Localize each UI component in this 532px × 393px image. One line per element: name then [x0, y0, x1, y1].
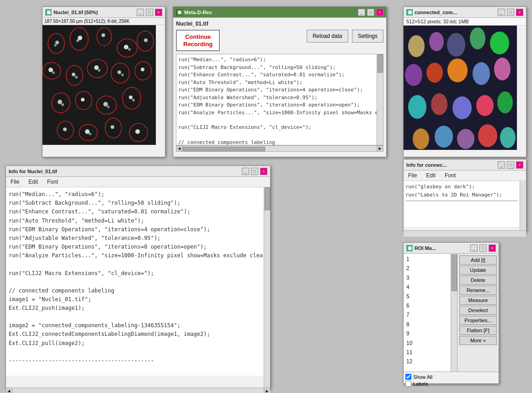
svg-point-38: [132, 99, 135, 101]
roi-add-button[interactable]: Add [t]: [459, 255, 497, 265]
info-nuclei-scrollbar[interactable]: [264, 187, 270, 388]
info-connected-maximize[interactable]: □: [507, 161, 514, 169]
roi-item-10[interactable]: 10: [404, 339, 456, 348]
roi-item-2[interactable]: 2: [404, 264, 456, 273]
roi-item-11[interactable]: 11: [404, 348, 456, 357]
info-nuclei-hscrollbar[interactable]: ◄ ►: [6, 388, 270, 393]
meta-title: ▣ Meta-D-Rex: [176, 9, 212, 16]
meta-maximize[interactable]: □: [367, 9, 374, 16]
hscroll-left[interactable]: ◄: [176, 146, 183, 151]
roi-item-1[interactable]: 1: [404, 255, 456, 264]
info-connected-controls[interactable]: _ □ ×: [498, 161, 523, 169]
roi-icon: ▣: [406, 245, 413, 251]
info-nuclei-minimize[interactable]: _: [242, 168, 249, 175]
meta-scrollbar-v[interactable]: [377, 54, 383, 145]
roi-list-scrollbar-thumb[interactable]: [452, 255, 457, 291]
svg-point-2: [55, 41, 59, 44]
connected-controls[interactable]: _ □ ×: [498, 9, 523, 16]
roi-show-all-checkbox[interactable]: [405, 374, 411, 380]
roi-item-12[interactable]: 12: [404, 357, 456, 366]
roi-list-scrollbar[interactable]: [451, 254, 457, 372]
meta-controls[interactable]: _ □ ×: [358, 9, 383, 16]
script-line-3: run("Enhance Contrast...", "saturated=0.…: [178, 71, 381, 79]
info-connected-menu-edit[interactable]: Edit: [423, 171, 438, 180]
meta-titlebar[interactable]: ▣ Meta-D-Rex _ □ ×: [173, 7, 386, 18]
roi-item-7[interactable]: 7: [404, 310, 456, 319]
nuclei-image-window: ▣ Nuclei_01.tif (50%) _ □ × 187.50×187.5…: [42, 6, 165, 157]
roi-deselect-button[interactable]: Deselect: [459, 306, 497, 315]
hscroll-right2[interactable]: ►: [264, 388, 270, 393]
roi-item-6[interactable]: 6: [404, 301, 456, 310]
hscroll-thumb[interactable]: [183, 147, 265, 151]
info-connected-minimize[interactable]: _: [498, 161, 505, 169]
nuclei-controls[interactable]: _ □ ×: [137, 9, 162, 16]
info-nuclei-menubar: File Edit Font: [6, 177, 270, 187]
svg-point-47: [135, 129, 140, 134]
info-connected-menu-font[interactable]: Font: [442, 171, 458, 180]
nuclei-close[interactable]: ×: [155, 9, 162, 16]
connected-minimize[interactable]: _: [498, 9, 505, 16]
svg-point-53: [490, 32, 509, 54]
connected-close[interactable]: ×: [516, 9, 523, 16]
roi-item-4[interactable]: 4: [404, 282, 456, 292]
settings-button[interactable]: Settings: [352, 30, 383, 42]
roi-buttons-panel: Add [t] Update Delete Rename... Measure …: [458, 254, 499, 372]
nuclei-maximize[interactable]: □: [146, 9, 153, 16]
roi-maximize[interactable]: □: [479, 244, 487, 252]
script-line-5: run("EDM Binary Operations", "iterations…: [178, 86, 381, 94]
hscroll-left2[interactable]: ◄: [6, 388, 12, 393]
roi-item-5[interactable]: 5: [404, 292, 456, 301]
meta-drex-window: ▣ Meta-D-Rex _ □ × Nuclei_01.tif Continu…: [173, 6, 387, 157]
roi-item-3[interactable]: 3: [404, 273, 456, 282]
nuclei-minimize[interactable]: _: [137, 9, 144, 16]
roi-more-button[interactable]: More »: [459, 336, 497, 345]
info-conn-line-2: run("Labels to 2D Roi Manager");: [405, 191, 518, 199]
info-connected-scrollbar[interactable]: [520, 181, 526, 230]
meta-scrollbar-thumb[interactable]: [378, 54, 383, 73]
info-line-12: Ext.CLIJ2_push(image1);: [9, 304, 261, 313]
roi-minimize[interactable]: _: [470, 244, 478, 252]
info-nuclei-menu-file[interactable]: File: [8, 178, 22, 186]
roi-rename-button[interactable]: Rename...: [459, 286, 497, 295]
meta-close[interactable]: ×: [376, 9, 383, 16]
info-line-6: run("Adjustable Watershed", "tolerance=0…: [9, 234, 261, 243]
info-nuclei-controls[interactable]: _ □ ×: [242, 168, 267, 175]
info-nuclei-close[interactable]: ×: [260, 168, 267, 175]
meta-filename: Nuclei_01.tif: [176, 21, 383, 27]
roi-update-button[interactable]: Update: [459, 266, 497, 275]
roi-labels-checkbox[interactable]: [405, 381, 411, 387]
roi-item-8[interactable]: 8: [404, 320, 456, 329]
reload-data-button[interactable]: Reload data: [307, 30, 348, 42]
roi-titlebar[interactable]: ▣ ROI Ma... _ □ ×: [404, 243, 499, 254]
info-connected-hscrollbar[interactable]: [404, 230, 526, 237]
info-connected-menu-file[interactable]: File: [405, 171, 420, 180]
svg-point-50: [429, 32, 444, 51]
info-nuclei-menu-edit[interactable]: Edit: [26, 178, 41, 186]
continue-recording-button[interactable]: ContinueRecording: [176, 30, 220, 51]
info-nuclei-titlebar[interactable]: Info for Nuclei_01.tif _ □ ×: [6, 166, 270, 177]
roi-delete-button[interactable]: Delete: [459, 276, 497, 285]
roi-controls[interactable]: _ □ ×: [470, 244, 496, 252]
roi-measure-button[interactable]: Measure: [459, 296, 497, 305]
meta-hscrollbar[interactable]: ◄ ►: [176, 145, 383, 152]
nuclei-titlebar[interactable]: ▣ Nuclei_01.tif (50%) _ □ ×: [43, 7, 165, 18]
info-connected-titlebar[interactable]: Info for connec... _ □ ×: [404, 159, 526, 170]
hscroll-right[interactable]: ►: [377, 146, 383, 151]
info-connected-close[interactable]: ×: [516, 161, 523, 169]
roi-show-all-label: Show All: [413, 374, 432, 380]
roi-item-9[interactable]: 9: [404, 329, 456, 338]
connected-titlebar[interactable]: ▣ connected_com... _ □ ×: [404, 7, 526, 18]
info-line-2: run("Subtract Background...", "rolling=5…: [9, 199, 261, 207]
roi-properties-button[interactable]: Properties...: [459, 316, 497, 325]
meta-minimize[interactable]: _: [358, 9, 365, 16]
info-nuclei-maximize[interactable]: □: [251, 168, 258, 175]
script-line-7: run("EDM Binary Operations", "iterations…: [178, 101, 381, 109]
info-nuclei-scrollbar-thumb[interactable]: [265, 187, 270, 210]
info-nuclei-menu-font[interactable]: Font: [44, 178, 61, 186]
svg-point-67: [478, 124, 497, 147]
nuclei-svg: [43, 25, 156, 145]
roi-close[interactable]: ×: [489, 244, 496, 252]
connected-maximize[interactable]: □: [507, 9, 514, 16]
roi-flatten-button[interactable]: Flatten [F]: [459, 326, 497, 335]
roi-list-inner: 1 2 3 4 5 6 7 8 9 10 11 12: [404, 254, 457, 367]
